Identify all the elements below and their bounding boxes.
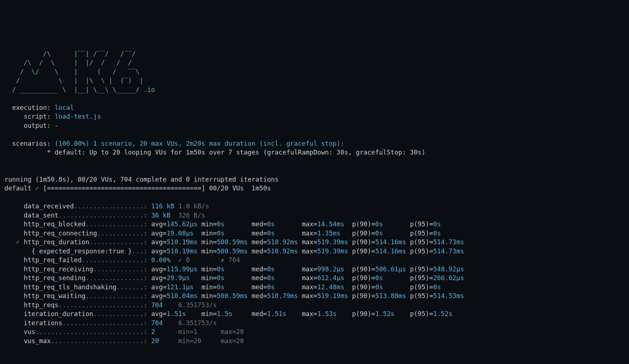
x-icon: ✗	[221, 256, 225, 264]
check-icon: ✓	[178, 256, 182, 264]
metric-value: 2	[151, 328, 155, 335]
script-value: load-test.js	[55, 113, 101, 120]
metric-name: vus_max	[24, 337, 51, 345]
metric-name: http_req_tls_handshaking	[24, 283, 117, 291]
metric-value: 36 kB	[151, 212, 170, 219]
exec-value: local	[55, 104, 74, 111]
metric-name: { expected_response:true }	[32, 248, 132, 255]
k6-logo: /\ |‾‾| /‾‾/ /‾‾/ /\ / \ | |/ / / / / \/…	[4, 50, 147, 93]
metric-name: http_req_failed	[24, 256, 82, 264]
logo-io: .io	[143, 86, 155, 93]
terminal-output: /\ |‾‾| /‾‾/ /‾‾/ /\ / \ | |/ / / / / \/…	[4, 40, 625, 345]
metric-value: 704	[151, 319, 163, 327]
metric-name: iteration_duration	[24, 310, 93, 317]
metric-rate: 1.0 kB/s	[178, 203, 209, 210]
metric-value: 704	[151, 301, 163, 309]
running-line: running (1m50.8s), 00/20 VUs, 704 comple…	[4, 176, 279, 183]
metric-name: http_req_sending	[24, 274, 86, 282]
metric-rate: 6.351753/s	[178, 319, 217, 327]
metric-name: iterations	[24, 319, 62, 327]
metric-pct: 0.00%	[151, 256, 170, 264]
progress-bar: [=======================================…	[43, 185, 205, 192]
metric-name: http_req_receiving	[24, 265, 93, 273]
check-icon: ✓	[16, 238, 20, 246]
check-icon: ✓	[35, 185, 39, 192]
scenario-default: * default: Up to 20 looping VUs for 1m50…	[47, 149, 426, 156]
metric-name: http_req_duration	[24, 238, 89, 246]
metric-name: http_req_waiting	[24, 292, 86, 300]
metric-value: 20	[151, 337, 159, 345]
exec-label: execution:	[12, 104, 51, 111]
metric-name: http_req_connecting	[24, 230, 97, 237]
metric-value: 116 kB	[151, 203, 174, 210]
metric-name: vus	[24, 328, 36, 335]
output-label: output:	[24, 122, 51, 129]
metric-rate: 326 B/s	[178, 212, 205, 219]
progress-default: default	[4, 185, 32, 192]
progress-status: 00/20 VUs 1m50s	[209, 185, 271, 192]
script-label: script:	[24, 113, 51, 120]
metric-name: http_req_blocked	[24, 220, 86, 228]
output-value: -	[55, 122, 59, 129]
metric-name: data_received	[24, 203, 74, 210]
metric-rate: 6.351753/s	[178, 301, 217, 309]
scenarios-label: scenarios:	[12, 140, 51, 147]
metric-name: http_reqs	[24, 301, 59, 309]
scenarios-summary: (100.00%) 1 scenario, 20 max VUs, 2m20s …	[55, 140, 344, 147]
metric-name: data_sent	[24, 212, 59, 219]
